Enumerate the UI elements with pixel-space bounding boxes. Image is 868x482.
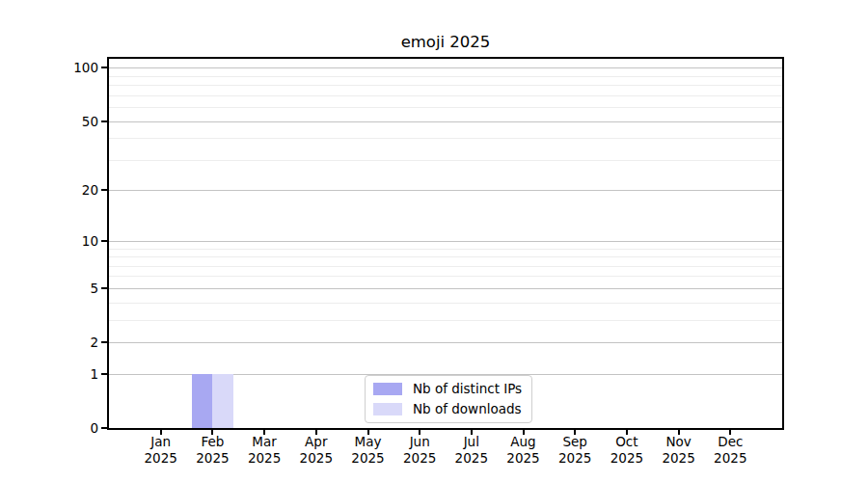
- y-gridline-major: [109, 342, 782, 343]
- y-gridline-minor: [109, 160, 782, 161]
- y-gridline-major: [109, 241, 782, 242]
- chart-title: emoji 2025: [107, 34, 784, 51]
- y-gridline-major: [109, 190, 782, 191]
- y-tick: [101, 240, 107, 242]
- y-gridline-minor: [109, 95, 782, 96]
- y-tick-label: 50: [37, 113, 98, 130]
- plot-area: [107, 57, 784, 430]
- legend-swatch-downloads-icon: [373, 403, 402, 415]
- legend: Nb of distinct IPs Nb of downloads: [365, 375, 532, 423]
- y-tick: [101, 373, 107, 375]
- y-gridline-major: [109, 67, 782, 68]
- y-tick-label: 100: [37, 59, 98, 76]
- legend-swatch-distinct-ips-icon: [373, 383, 402, 395]
- y-gridline-minor: [109, 138, 782, 139]
- y-tick: [101, 341, 107, 343]
- legend-label-downloads: Nb of downloads: [413, 400, 522, 417]
- y-gridline-major: [109, 121, 782, 122]
- y-tick-label: 20: [37, 181, 98, 199]
- legend-item-downloads: Nb of downloads: [373, 400, 522, 417]
- y-gridline-minor: [109, 76, 782, 77]
- y-tick: [101, 120, 107, 122]
- legend-item-distinct-ips: Nb of distinct IPs: [373, 380, 522, 397]
- y-gridline-minor: [109, 320, 782, 321]
- y-tick: [101, 189, 107, 191]
- y-tick: [101, 427, 107, 429]
- y-gridline-minor: [109, 256, 782, 257]
- y-gridline-minor: [109, 249, 782, 250]
- y-gridline-minor: [109, 85, 782, 86]
- x-tick-label: Dec2025: [690, 434, 771, 467]
- y-tick-label: 10: [37, 232, 98, 250]
- figure: emoji 2025 Nb of distinct IPs Nb of down…: [0, 0, 868, 482]
- y-gridline-minor: [109, 107, 782, 108]
- y-gridline-minor: [109, 276, 782, 277]
- y-tick-label: 1: [37, 365, 98, 383]
- legend-label-distinct-ips: Nb of distinct IPs: [413, 380, 522, 397]
- y-tick-label: 2: [37, 334, 98, 351]
- bar: [192, 374, 213, 428]
- y-gridline-minor: [109, 266, 782, 267]
- y-gridline-major: [109, 288, 782, 289]
- y-tick: [101, 287, 107, 289]
- y-tick: [101, 67, 107, 68]
- y-tick-label: 5: [37, 280, 98, 297]
- bar: [212, 374, 233, 428]
- y-gridline-minor: [109, 303, 782, 304]
- y-tick-label: 0: [37, 419, 98, 437]
